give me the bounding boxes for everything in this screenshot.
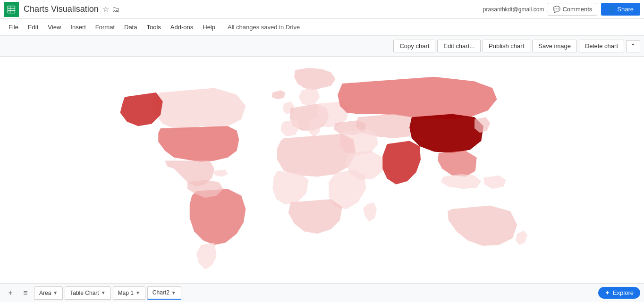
- bottom-bar: + ≡ Area ▼ Table Chart ▼ Map 1 ▼ Chart2 …: [0, 283, 644, 302]
- app-icon: [4, 2, 19, 17]
- menu-edit[interactable]: Edit: [23, 22, 43, 33]
- saved-status: All changes saved in Drive: [228, 24, 300, 31]
- tab-map1-arrow: ▼: [136, 290, 140, 295]
- svg-rect-0: [8, 6, 15, 13]
- user-email: prasanthkdt@gmail.com: [483, 6, 544, 13]
- share-icon: 👤: [608, 6, 615, 13]
- tab-chart2-arrow: ▼: [171, 290, 176, 295]
- tab-area-arrow: ▼: [53, 290, 58, 295]
- doc-title: Charts Visualisation: [24, 4, 99, 14]
- explore-label: Explore: [613, 289, 634, 296]
- sheets-menu-button[interactable]: ≡: [19, 286, 32, 300]
- tab-chart2-label: Chart2: [153, 289, 169, 296]
- folder-icon[interactable]: 🗂: [112, 5, 119, 14]
- star-icon[interactable]: ☆: [102, 5, 109, 14]
- collapse-button[interactable]: ⌃: [626, 40, 640, 52]
- comments-label: Comments: [562, 6, 592, 13]
- edit-chart-button[interactable]: Edit chart...: [437, 40, 481, 52]
- menu-help[interactable]: Help: [198, 22, 220, 33]
- tab-table-chart-label: Table Chart: [70, 290, 99, 296]
- menu-view[interactable]: View: [43, 22, 66, 33]
- publish-chart-button[interactable]: Publish chart: [483, 40, 530, 52]
- menu-insert[interactable]: Insert: [66, 22, 91, 33]
- explore-icon: ✦: [605, 289, 610, 296]
- menu-tools[interactable]: Tools: [142, 22, 165, 33]
- chart-toolbar: Copy chart Edit chart... Publish chart S…: [0, 36, 644, 57]
- tab-map1-label: Map 1: [118, 290, 134, 296]
- explore-button[interactable]: ✦ Explore: [598, 287, 640, 299]
- copy-chart-button[interactable]: Copy chart: [393, 40, 435, 52]
- share-label: Share: [617, 6, 634, 13]
- right-header: prasanthkdt@gmail.com 💬 Comments 👤 Share: [483, 3, 640, 16]
- menu-file[interactable]: File: [4, 22, 23, 33]
- map-container: [0, 57, 644, 281]
- menu-data[interactable]: Data: [119, 22, 142, 33]
- tab-chart2[interactable]: Chart2 ▼: [147, 286, 181, 300]
- comment-icon: 💬: [553, 6, 560, 13]
- tab-map1[interactable]: Map 1 ▼: [113, 286, 145, 300]
- comments-button[interactable]: 💬 Comments: [548, 3, 597, 16]
- tab-table-chart[interactable]: Table Chart ▼: [65, 286, 110, 300]
- title-icons: ☆ 🗂: [102, 5, 119, 14]
- title-bar: Charts Visualisation ☆ 🗂 prasanthkdt@gma…: [0, 0, 644, 19]
- save-image-button[interactable]: Save image: [532, 40, 577, 52]
- tab-area[interactable]: Area ▼: [34, 286, 63, 300]
- tab-table-chart-arrow: ▼: [101, 290, 106, 295]
- menu-format[interactable]: Format: [91, 22, 119, 33]
- add-sheet-button[interactable]: +: [4, 286, 17, 300]
- delete-chart-button[interactable]: Delete chart: [579, 40, 624, 52]
- menu-addons[interactable]: Add-ons: [166, 22, 198, 33]
- tab-area-label: Area: [39, 290, 51, 296]
- menu-bar: File Edit View Insert Format Data Tools …: [0, 19, 644, 36]
- world-map: [0, 57, 644, 281]
- share-button[interactable]: 👤 Share: [601, 3, 640, 16]
